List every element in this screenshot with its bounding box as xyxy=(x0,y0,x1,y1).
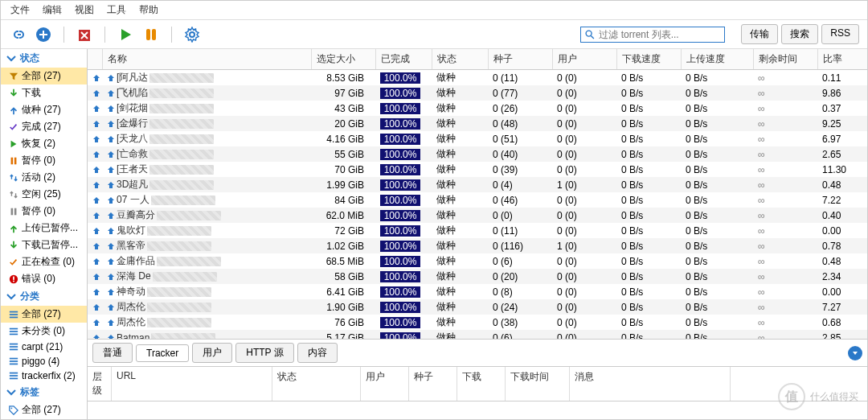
sidebar-item[interactable]: trackerfix (2) xyxy=(1,369,87,383)
table-row[interactable]: [王者天70 GiB100.0%做种0 (39)0 (0)0 B/s0 B/s∞… xyxy=(88,162,867,177)
sidebar-item[interactable]: 暂停 (0) xyxy=(1,152,87,169)
sidebar-item[interactable]: 做种 (27) xyxy=(1,101,87,118)
col-上传速度[interactable]: 上传速度 xyxy=(681,49,753,70)
sidebar-item[interactable]: 无标签 (25) xyxy=(1,418,87,419)
sidebar-item[interactable]: 下载已暂停... xyxy=(1,237,87,253)
svg-rect-17 xyxy=(10,331,18,332)
tab-传输[interactable]: 传输 xyxy=(741,24,778,44)
detail-tab-普通[interactable]: 普通 xyxy=(92,343,133,363)
sidebar-item[interactable]: piggo (4) xyxy=(1,354,87,369)
menu-文件[interactable]: 文件 xyxy=(10,3,30,17)
tracker-header[interactable]: 层级URL状态用户种子下载下载时间消息 xyxy=(88,367,867,401)
table-row[interactable]: 周杰伦76 GiB100.0%做种0 (38)0 (0)0 B/s0 B/s∞0… xyxy=(88,315,867,330)
sidebar-item[interactable]: 空闲 (25) xyxy=(1,186,87,203)
table-row[interactable]: [剑花烟43 GiB100.0%做种0 (26)0 (0)0 B/s0 B/s∞… xyxy=(88,101,867,116)
sidebar-item[interactable]: 恢复 (2) xyxy=(1,135,87,152)
menu-工具[interactable]: 工具 xyxy=(107,3,126,17)
menu-视图[interactable]: 视图 xyxy=(75,3,94,17)
col-剩余时间[interactable]: 剩余时间 xyxy=(753,49,817,70)
svg-rect-27 xyxy=(10,378,18,380)
detail-tab-HTTP 源[interactable]: HTTP 源 xyxy=(235,343,293,363)
svg-rect-12 xyxy=(13,280,14,282)
tracker-col-状态[interactable]: 状态 xyxy=(272,367,361,401)
tab-搜索[interactable]: 搜索 xyxy=(781,24,818,44)
table-row[interactable]: [阿凡达8.53 GiB100.0%做种0 (11)0 (0)0 B/s0 B/… xyxy=(88,70,867,86)
table-row[interactable]: 鬼吹灯72 GiB100.0%做种0 (11)0 (0)0 B/s0 B/s∞0… xyxy=(88,223,867,238)
col-比率[interactable]: 比率 xyxy=(817,49,867,70)
sidebar-item[interactable]: 上传已暂停... xyxy=(1,220,87,237)
table-header-row[interactable]: 名称选定大小已完成状态种子用户下载速度上传速度剩余时间比率分类 xyxy=(88,49,867,70)
table-row[interactable]: Batman5.17 GiB100.0%做种0 (6)0 (0)0 B/s0 B… xyxy=(88,330,867,339)
tracker-col-用户[interactable]: 用户 xyxy=(361,367,409,401)
filter-input[interactable] xyxy=(596,29,721,40)
sidebar-item[interactable]: carpt (21) xyxy=(1,340,87,354)
sidebar-item[interactable]: 全部 (27) xyxy=(1,306,87,323)
sidebar-item[interactable]: 未分类 (0) xyxy=(1,323,87,340)
tracker-col-下载[interactable]: 下载 xyxy=(457,367,506,401)
col-种子[interactable]: 种子 xyxy=(488,49,552,70)
sidebar-item[interactable]: 全部 (27) xyxy=(1,68,87,84)
pause-icon[interactable] xyxy=(142,26,160,43)
sidebar-item[interactable]: 活动 (2) xyxy=(1,169,87,186)
col-[interactable] xyxy=(88,49,102,70)
menu-帮助[interactable]: 帮助 xyxy=(139,3,158,17)
tracker-body-empty xyxy=(88,401,867,419)
table-row[interactable]: [飞机陷97 GiB100.0%做种0 (77)0 (0)0 B/s0 B/s∞… xyxy=(88,85,867,101)
sidebar-item[interactable]: 暂停 (0) xyxy=(1,203,87,220)
sidebar-item[interactable]: 错误 (0) xyxy=(1,270,87,287)
table-row[interactable]: [金爆行20 GiB100.0%做种0 (48)0 (0)0 B/s0 B/s∞… xyxy=(88,116,867,131)
tab-RSS[interactable]: RSS xyxy=(821,24,859,44)
link-icon[interactable] xyxy=(9,26,27,43)
table-row[interactable]: 周杰伦1.90 GiB100.0%做种0 (24)0 (0)0 B/s0 B/s… xyxy=(88,299,867,315)
table-row[interactable]: [亡命救55 GiB100.0%做种0 (40)0 (0)0 B/s0 B/s∞… xyxy=(88,146,867,162)
sidebar-item[interactable]: 正在检查 (0) xyxy=(1,253,87,270)
table-row[interactable]: 豆瓣高分62.0 MiB100.0%做种0 (0)0 (0)0 B/s0 B/s… xyxy=(88,208,867,223)
add-icon[interactable] xyxy=(35,26,52,43)
table-row[interactable]: 深海 De58 GiB100.0%做种0 (20)0 (0)0 B/s0 B/s… xyxy=(88,269,867,284)
table-row[interactable]: 3D超凡1.99 GiB100.0%做种0 (4)1 (0)0 B/s0 B/s… xyxy=(88,177,867,192)
table-body: [阿凡达8.53 GiB100.0%做种0 (11)0 (0)0 B/s0 B/… xyxy=(88,70,867,340)
separator xyxy=(104,27,105,43)
table-row[interactable]: [天龙八4.16 GiB100.0%做种0 (51)0 (0)0 B/s0 B/… xyxy=(88,131,867,146)
svg-rect-22 xyxy=(10,358,18,360)
filter-input-container[interactable] xyxy=(580,27,725,43)
detail-panel: 普通Tracker用户HTTP 源内容 层级URL状态用户种子下载下载时间消息 xyxy=(88,339,867,419)
tracker-col-消息[interactable]: 消息 xyxy=(570,367,731,401)
table-row[interactable]: 金庸作品68.5 MiB100.0%做种0 (6)0 (0)0 B/s0 B/s… xyxy=(88,253,867,269)
delete-icon[interactable] xyxy=(76,26,93,43)
detail-tab-用户[interactable]: 用户 xyxy=(192,343,232,363)
svg-point-5 xyxy=(586,31,592,36)
col-选定大小[interactable]: 选定大小 xyxy=(311,49,375,70)
sidebar-item[interactable]: 完成 (27) xyxy=(1,118,87,135)
sidebar: 状态全部 (27)下载做种 (27)完成 (27)恢复 (2)暂停 (0)活动 … xyxy=(1,49,88,419)
dropdown-icon[interactable] xyxy=(848,346,862,360)
settings-icon[interactable] xyxy=(183,26,201,43)
sidebar-section-状态[interactable]: 状态 xyxy=(1,49,87,68)
svg-rect-13 xyxy=(10,311,18,312)
tracker-col-层级[interactable]: 层级 xyxy=(88,367,112,401)
svg-rect-3 xyxy=(152,29,156,40)
menu-编辑[interactable]: 编辑 xyxy=(43,3,62,17)
start-icon[interactable] xyxy=(117,26,134,43)
svg-rect-8 xyxy=(11,208,14,215)
separator xyxy=(63,27,64,43)
col-名称[interactable]: 名称 xyxy=(102,49,311,70)
table-row[interactable]: 07 一人84 GiB100.0%做种0 (46)0 (0)0 B/s0 B/s… xyxy=(88,192,867,208)
sidebar-section-标签[interactable]: 标签 xyxy=(1,383,87,401)
sidebar-section-分类[interactable]: 分类 xyxy=(1,287,87,306)
tracker-col-下载时间[interactable]: 下载时间 xyxy=(506,367,570,401)
sidebar-item[interactable]: 全部 (27) xyxy=(1,401,87,418)
col-已完成[interactable]: 已完成 xyxy=(375,49,432,70)
table-row[interactable]: 黑客帝1.02 GiB100.0%做种0 (116)1 (0)0 B/s0 B/… xyxy=(88,238,867,253)
col-状态[interactable]: 状态 xyxy=(432,49,488,70)
svg-rect-2 xyxy=(146,29,150,40)
torrent-table-container[interactable]: 名称选定大小已完成状态种子用户下载速度上传速度剩余时间比率分类 [阿凡达8.53… xyxy=(88,49,867,339)
sidebar-item[interactable]: 下载 xyxy=(1,84,87,101)
detail-tab-Tracker[interactable]: Tracker xyxy=(136,344,189,362)
col-用户[interactable]: 用户 xyxy=(552,49,616,70)
tracker-col-URL[interactable]: URL xyxy=(112,367,272,401)
tracker-col-种子[interactable]: 种子 xyxy=(409,367,457,401)
col-下载速度[interactable]: 下载速度 xyxy=(616,49,681,70)
detail-tab-内容[interactable]: 内容 xyxy=(297,343,338,363)
table-row[interactable]: 神奇动6.41 GiB100.0%做种0 (8)0 (0)0 B/s0 B/s∞… xyxy=(88,284,867,299)
